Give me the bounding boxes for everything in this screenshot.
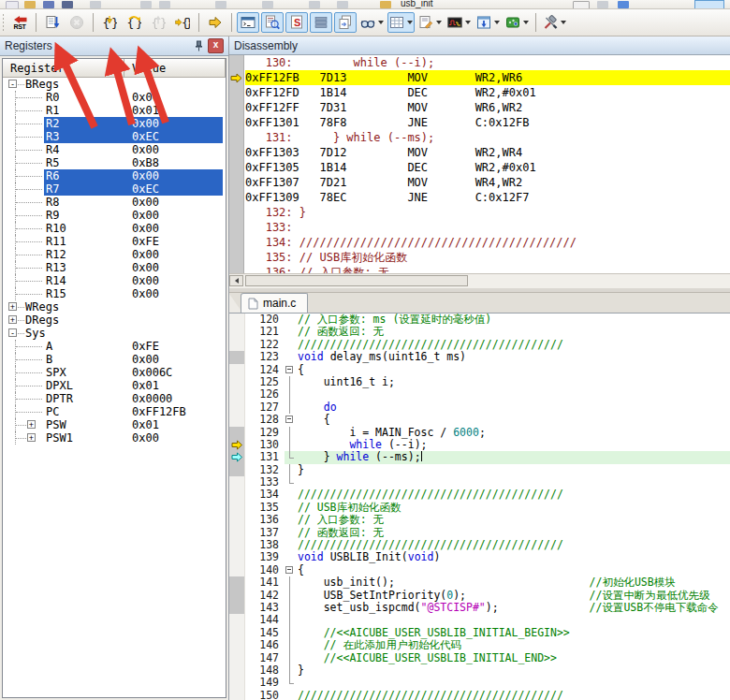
- tab-main-c[interactable]: main.c: [241, 293, 308, 313]
- fold-marker-icon[interactable]: [285, 414, 296, 426]
- code-line[interactable]: 134/////////////////////////////////////…: [229, 489, 730, 501]
- callstack-window-button[interactable]: [334, 12, 357, 33]
- code-line[interactable]: 130 while (--i);: [229, 439, 730, 451]
- register-column-header[interactable]: Register: [3, 59, 124, 78]
- disassembly-line[interactable]: 136: // 入口参数: 无: [245, 265, 730, 273]
- code-line[interactable]: 137// 函数返回: 无: [229, 527, 730, 539]
- code-line[interactable]: 121// 函数返回: 无: [229, 326, 730, 338]
- register-row[interactable]: R40x00: [3, 143, 226, 156]
- code-line[interactable]: 122/////////////////////////////////////…: [229, 339, 730, 351]
- register-row[interactable]: R120x00: [3, 248, 226, 261]
- disassembly-line[interactable]: 132: }: [245, 205, 730, 220]
- code-line[interactable]: 132}: [229, 464, 730, 476]
- code-line[interactable]: 148}: [229, 664, 730, 677]
- register-row[interactable]: -BRegs: [3, 78, 226, 91]
- code-line[interactable]: 145 //<<AICUBE_USER_USBLIB_INITIAL_BEGIN…: [229, 627, 730, 639]
- disassembly-line[interactable]: 0xFF12FD 1B14 DEC WR2,#0x01: [245, 85, 730, 100]
- register-row[interactable]: R30xEC: [3, 130, 226, 143]
- command-window-button[interactable]: [237, 12, 259, 33]
- code-line[interactable]: 150/////////////////////////////////////…: [229, 690, 730, 700]
- code-line[interactable]: 138/////////////////////////////////////…: [229, 539, 730, 551]
- disassembly-line[interactable]: 134: ///////////////////////////////////…: [245, 235, 730, 250]
- code-line[interactable]: 141 usb_init(); //初始化USB模块: [229, 576, 730, 589]
- disassembly-line[interactable]: 130: while (--i);: [245, 55, 730, 70]
- register-row[interactable]: R90x00: [3, 209, 226, 222]
- dropdown-caret-icon[interactable]: [523, 21, 529, 24]
- register-row[interactable]: R150x00: [3, 287, 226, 300]
- code-line[interactable]: 136// 入口参数: 无: [229, 514, 730, 526]
- dropdown-caret-icon[interactable]: [465, 21, 471, 24]
- disassembly-line[interactable]: 0xFF12FF 7D31 MOV WR6,WR2: [245, 100, 730, 115]
- collapse-box-icon[interactable]: -: [8, 80, 17, 88]
- collapse-box-icon[interactable]: -: [8, 328, 17, 337]
- disassembly-view[interactable]: 130: while (--i);0xFF12FB 7D13 MOV WR2,W…: [229, 55, 730, 273]
- disassembly-line[interactable]: 0xFF1309 78EC JNE C:0x12F7: [245, 190, 730, 205]
- disassembly-line[interactable]: 0xFF1303 7D12 MOV WR2,WR4: [245, 145, 730, 160]
- code-line[interactable]: 147 //<<AICUBE_USER_USBLIB_INITIAL_END>>: [229, 652, 730, 664]
- disassembly-hscrollbar[interactable]: [229, 273, 730, 288]
- code-line[interactable]: 128 {: [229, 414, 730, 426]
- code-line[interactable]: 143 set_usb_ispcmd("@STCISP#"); //设置USB不…: [229, 602, 730, 614]
- register-row[interactable]: R80x00: [3, 196, 226, 209]
- register-row[interactable]: R130x00: [3, 261, 226, 274]
- code-editor[interactable]: 120// 入口参数: ms (设置延时的毫秒值)121// 函数返回: 无12…: [229, 314, 730, 700]
- register-row[interactable]: R00x00: [3, 91, 226, 104]
- fold-marker-icon[interactable]: [285, 564, 296, 576]
- dropdown-caret-icon[interactable]: [494, 21, 500, 24]
- register-row[interactable]: R20x00: [3, 117, 226, 130]
- scroll-left-button[interactable]: [229, 275, 243, 286]
- registers-window-button[interactable]: [310, 12, 332, 33]
- expand-box-icon[interactable]: +: [8, 302, 17, 311]
- serial-window-button[interactable]: [416, 12, 444, 33]
- disassembly-line[interactable]: 133:: [245, 220, 730, 235]
- code-line[interactable]: 144: [229, 614, 730, 626]
- disassembly-line[interactable]: 0xFF1307 7D21 MOV WR4,WR2: [245, 175, 730, 190]
- disassembly-line[interactable]: 131: } while (--ms);: [245, 130, 730, 145]
- code-line[interactable]: 126: [229, 388, 730, 401]
- dropdown-caret-icon[interactable]: [561, 21, 566, 24]
- step-into-button[interactable]: {}: [98, 12, 121, 33]
- expand-box-icon[interactable]: +: [8, 315, 17, 324]
- watch-window-button[interactable]: [358, 12, 386, 33]
- register-row[interactable]: DPTR0x0000: [3, 392, 226, 405]
- disassembly-line[interactable]: 0xFF1305 1B14 DEC WR2,#0x01: [245, 160, 730, 175]
- scroll-thumb[interactable]: [245, 275, 468, 286]
- disassembly-window-button[interactable]: [261, 12, 284, 33]
- show-next-statement-button[interactable]: [204, 12, 226, 33]
- code-line[interactable]: 146 // 在此添加用户初始化代码: [229, 639, 730, 651]
- register-row[interactable]: +WRegs: [3, 300, 226, 314]
- code-line[interactable]: 131 } while (--ms);: [229, 451, 730, 463]
- register-row[interactable]: DPXL0x01: [3, 379, 226, 392]
- code-line[interactable]: 120// 入口参数: ms (设置延时的毫秒值): [229, 314, 730, 326]
- toolbox-button[interactable]: [504, 12, 531, 33]
- memory-window-button[interactable]: [387, 12, 415, 33]
- system-viewer-button[interactable]: [474, 12, 502, 33]
- register-row[interactable]: R50xB8: [3, 156, 226, 169]
- code-line[interactable]: 139void USBLIB_Init(void): [229, 551, 730, 563]
- register-row[interactable]: B0x00: [3, 353, 226, 366]
- register-row[interactable]: PC0xFF12FB: [3, 405, 226, 418]
- value-column-header[interactable]: Value: [124, 59, 226, 78]
- stop-button[interactable]: [66, 12, 88, 33]
- register-row[interactable]: -Sys: [3, 327, 226, 340]
- code-line[interactable]: 133: [229, 476, 730, 489]
- close-panel-button[interactable]: x: [208, 38, 224, 53]
- reset-cpu-button[interactable]: RST: [8, 12, 31, 33]
- expand-box-icon[interactable]: +: [27, 433, 36, 442]
- code-line[interactable]: 124{: [229, 364, 730, 376]
- register-row[interactable]: +DRegs: [3, 314, 226, 327]
- analysis-window-button[interactable]: [445, 12, 473, 33]
- register-row[interactable]: +PSW10x00: [3, 431, 226, 445]
- code-line[interactable]: 149: [229, 677, 730, 689]
- code-line[interactable]: 127 do: [229, 401, 730, 414]
- debug-tools-button[interactable]: [541, 12, 568, 33]
- register-row[interactable]: SPX0x006C: [3, 366, 226, 379]
- code-line[interactable]: 125 uint16_t i;: [229, 376, 730, 388]
- register-row[interactable]: R70xEC: [3, 182, 226, 196]
- pin-panel-button[interactable]: [192, 39, 205, 52]
- disassembly-current-line[interactable]: 0xFF12FB 7D13 MOV WR2,WR6: [245, 70, 730, 85]
- dropdown-caret-icon[interactable]: [436, 21, 442, 24]
- dropdown-caret-icon[interactable]: [407, 21, 413, 24]
- register-row[interactable]: R140x00: [3, 274, 226, 287]
- step-out-button[interactable]: {}: [147, 12, 169, 33]
